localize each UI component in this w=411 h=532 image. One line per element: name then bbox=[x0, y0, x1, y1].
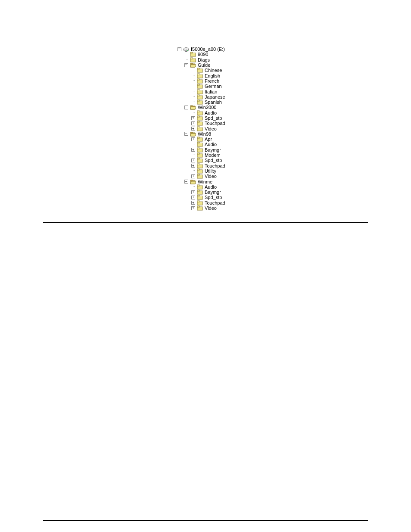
tree-row[interactable]: −Guide bbox=[184, 62, 324, 68]
tree-node: +Video bbox=[191, 174, 324, 179]
expand-icon[interactable]: + bbox=[191, 127, 195, 131]
tree-label: Italian bbox=[204, 89, 217, 94]
tree-label: Touchpad bbox=[204, 121, 225, 126]
tree-row[interactable]: +Video bbox=[191, 126, 324, 131]
folder-icon bbox=[196, 73, 203, 78]
tree-node: +Baymgr bbox=[191, 147, 324, 152]
tree-node: ⋯Italian bbox=[191, 89, 324, 94]
tree-row[interactable]: ⋯Utility bbox=[191, 168, 324, 174]
tree-label: Utility bbox=[204, 168, 216, 174]
tree-row[interactable]: +Touchpad bbox=[191, 121, 324, 126]
tree-row[interactable]: ⋯Chinese bbox=[191, 68, 324, 73]
tree-label: Diags bbox=[197, 57, 210, 62]
expand-icon[interactable]: + bbox=[191, 196, 195, 199]
folder-icon bbox=[196, 94, 203, 100]
expand-icon[interactable]: + bbox=[191, 206, 195, 210]
tree-node: +Spd_stp bbox=[191, 158, 324, 163]
tree-row[interactable]: ⋯Spanish bbox=[191, 100, 324, 105]
folder-icon bbox=[196, 84, 203, 89]
tree-row[interactable]: ⋯9090 bbox=[184, 52, 324, 57]
tree-row[interactable]: ⋯French bbox=[191, 78, 324, 84]
tree-node: +Touchpad bbox=[191, 200, 324, 205]
tree-label: French bbox=[204, 78, 219, 84]
folder-tree: −I5000e_a00 (E:)⋯9090⋯Diags−Guide⋯Chines… bbox=[177, 47, 324, 211]
tree-row[interactable]: ⋯Italian bbox=[191, 89, 324, 94]
collapse-icon[interactable]: − bbox=[184, 63, 188, 67]
tree-row[interactable]: ⋯Modem bbox=[191, 152, 324, 158]
tree-connector: ⋯ bbox=[191, 84, 195, 88]
folder-icon bbox=[196, 126, 203, 131]
divider-1 bbox=[43, 222, 368, 223]
tree-row[interactable]: ⋯English bbox=[191, 73, 324, 78]
collapse-icon[interactable]: − bbox=[184, 180, 188, 184]
tree-label: Video bbox=[204, 205, 217, 211]
tree-connector: ⋯ bbox=[191, 68, 195, 72]
tree-node: +Video bbox=[191, 205, 324, 211]
collapse-icon[interactable]: − bbox=[177, 47, 181, 51]
tree-row[interactable]: ⋯Audio bbox=[191, 142, 324, 147]
expand-icon[interactable]: + bbox=[191, 159, 195, 162]
folder-icon bbox=[196, 89, 203, 94]
tree-node: ⋯English bbox=[191, 73, 324, 78]
tree-connector: ⋯ bbox=[191, 185, 195, 189]
expand-icon[interactable]: + bbox=[191, 201, 195, 205]
collapse-icon[interactable]: − bbox=[184, 132, 188, 136]
expand-icon[interactable]: + bbox=[191, 148, 195, 152]
folder-icon bbox=[190, 57, 196, 62]
drive-icon bbox=[183, 47, 189, 52]
tree-row[interactable]: −Win98 bbox=[184, 131, 324, 137]
folder-open-icon bbox=[190, 179, 196, 184]
tree-connector: ⋯ bbox=[191, 169, 195, 173]
tree-row[interactable]: +Spd_stp bbox=[191, 195, 324, 200]
tree-row[interactable]: −Winme bbox=[184, 179, 324, 184]
tree-label: Baymgr bbox=[204, 147, 221, 152]
folder-icon bbox=[196, 152, 203, 158]
tree-row[interactable]: +Apr bbox=[191, 137, 324, 142]
expand-icon[interactable]: + bbox=[191, 121, 195, 125]
folder-icon bbox=[196, 190, 203, 195]
tree-connector: ⋯ bbox=[191, 100, 195, 104]
tree-row[interactable]: +Video bbox=[191, 205, 324, 211]
tree-label: Spd_stp bbox=[204, 195, 222, 200]
tree-row[interactable]: ⋯Audio bbox=[191, 110, 324, 115]
tree-label: Apr bbox=[204, 137, 212, 142]
tree-label: English bbox=[204, 73, 220, 78]
tree-row[interactable]: ⋯Audio bbox=[191, 184, 324, 190]
tree-node: ⋯Modem bbox=[191, 152, 324, 158]
tree-node: −I5000e_a00 (E:)⋯9090⋯Diags−Guide⋯Chines… bbox=[177, 47, 324, 211]
folder-icon bbox=[196, 78, 203, 84]
expand-icon[interactable]: + bbox=[191, 116, 195, 120]
expand-icon[interactable]: + bbox=[191, 164, 195, 168]
folder-icon bbox=[196, 163, 203, 168]
tree-row[interactable]: ⋯Diags bbox=[184, 57, 324, 62]
tree-row[interactable]: +Touchpad bbox=[191, 200, 324, 205]
tree-row[interactable]: ⋯Japanese bbox=[191, 94, 324, 100]
tree-node: ⋯Audio bbox=[191, 184, 324, 190]
tree-row[interactable]: +Spd_stp bbox=[191, 158, 324, 163]
folder-icon bbox=[196, 110, 203, 115]
tree-label: German bbox=[204, 84, 222, 89]
expand-icon[interactable]: + bbox=[191, 174, 195, 178]
tree-row[interactable]: +Baymgr bbox=[191, 147, 324, 152]
tree-row[interactable]: ⋯German bbox=[191, 84, 324, 89]
tree-label: Win98 bbox=[197, 131, 211, 137]
tree-label: Spd_stp bbox=[204, 115, 222, 121]
tree-node: ⋯Diags bbox=[184, 57, 324, 62]
tree-row[interactable]: −I5000e_a00 (E:) bbox=[177, 47, 324, 52]
folder-open-icon bbox=[190, 62, 196, 68]
expand-icon[interactable]: + bbox=[191, 137, 195, 141]
folder-icon bbox=[196, 205, 203, 211]
tree-label: Touchpad bbox=[204, 163, 225, 168]
tree-row[interactable]: −Win2000 bbox=[184, 105, 324, 110]
folder-icon bbox=[196, 115, 203, 121]
collapse-icon[interactable]: − bbox=[184, 106, 188, 109]
tree-row[interactable]: +Baymgr bbox=[191, 190, 324, 195]
tree-row[interactable]: +Spd_stp bbox=[191, 115, 324, 121]
tree-label: Touchpad bbox=[204, 200, 225, 205]
expand-icon[interactable]: + bbox=[191, 190, 195, 194]
folder-icon bbox=[196, 184, 203, 190]
tree-row[interactable]: +Video bbox=[191, 174, 324, 179]
tree-connector: ⋯ bbox=[191, 95, 195, 99]
tree-row[interactable]: +Touchpad bbox=[191, 163, 324, 168]
tree-node: ⋯German bbox=[191, 84, 324, 89]
